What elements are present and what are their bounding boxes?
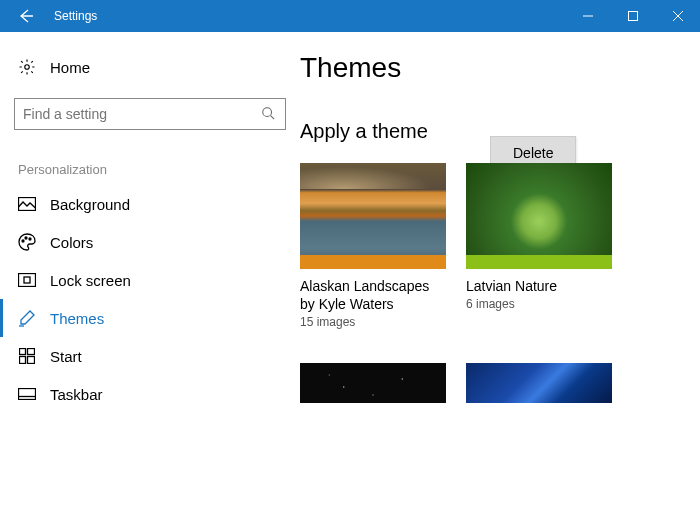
search-icon: [261, 106, 277, 122]
taskbar-icon: [18, 385, 36, 403]
sidebar-item-background[interactable]: Background: [0, 185, 286, 223]
sidebar: Home Personalization Background Colors L…: [0, 32, 300, 530]
home-label: Home: [50, 59, 90, 76]
minimize-icon: [583, 11, 593, 21]
maximize-icon: [628, 11, 638, 21]
back-button[interactable]: [0, 0, 50, 32]
search-field[interactable]: [23, 106, 261, 122]
palette-icon: [18, 233, 36, 251]
svg-rect-8: [24, 277, 30, 283]
sidebar-item-colors[interactable]: Colors: [0, 223, 286, 261]
sidebar-item-lockscreen[interactable]: Lock screen: [0, 261, 286, 299]
theme-thumbnail: [300, 363, 446, 403]
svg-rect-9: [20, 349, 26, 355]
sidebar-item-label: Start: [50, 348, 82, 365]
svg-point-4: [22, 240, 24, 242]
svg-point-2: [263, 108, 272, 117]
sidebar-item-label: Lock screen: [50, 272, 131, 289]
theme-card[interactable]: [300, 363, 446, 403]
svg-point-1: [25, 65, 30, 70]
window-title: Settings: [54, 9, 97, 23]
theme-count: 15 images: [300, 315, 446, 329]
apply-theme-heading: Apply a theme: [300, 120, 672, 143]
svg-rect-12: [28, 357, 35, 364]
sidebar-item-label: Themes: [50, 310, 104, 327]
main-content: Themes Apply a theme Delete Alaskan Land…: [300, 32, 700, 530]
window-controls: [565, 0, 700, 32]
theme-card[interactable]: [466, 363, 612, 403]
svg-rect-0: [628, 12, 637, 21]
theme-thumbnail: [300, 163, 446, 269]
maximize-button[interactable]: [610, 0, 655, 32]
section-label: Personalization: [14, 160, 286, 179]
close-button[interactable]: [655, 0, 700, 32]
theme-card[interactable]: Latvian Nature 6 images: [466, 163, 612, 329]
svg-rect-11: [20, 357, 26, 364]
page-title: Themes: [300, 52, 672, 84]
start-icon: [18, 347, 36, 365]
close-icon: [673, 11, 683, 21]
svg-rect-10: [28, 349, 35, 355]
theme-card[interactable]: Alaskan Landscapes by Kyle Waters 15 ima…: [300, 163, 446, 329]
picture-icon: [18, 195, 36, 213]
sidebar-item-label: Background: [50, 196, 130, 213]
theme-name: Alaskan Landscapes by Kyle Waters: [300, 277, 446, 313]
minimize-button[interactable]: [565, 0, 610, 32]
titlebar: Settings: [0, 0, 700, 32]
arrow-left-icon: [16, 7, 34, 25]
lockscreen-icon: [18, 271, 36, 289]
theme-thumbnail: [466, 363, 612, 403]
sidebar-item-start[interactable]: Start: [0, 337, 286, 375]
theme-name: Latvian Nature: [466, 277, 612, 295]
theme-accent-strip: [466, 255, 612, 269]
svg-rect-7: [19, 274, 36, 287]
brush-icon: [18, 309, 36, 327]
theme-accent-strip: [300, 255, 446, 269]
search-input[interactable]: [14, 98, 286, 130]
svg-point-5: [25, 237, 27, 239]
sidebar-item-label: Colors: [50, 234, 93, 251]
sidebar-item-taskbar[interactable]: Taskbar: [0, 375, 286, 413]
theme-thumbnail: [466, 163, 612, 269]
theme-count: 6 images: [466, 297, 612, 311]
sidebar-item-label: Taskbar: [50, 386, 103, 403]
svg-rect-13: [19, 389, 36, 400]
home-link[interactable]: Home: [14, 50, 286, 84]
sidebar-item-themes[interactable]: Themes: [0, 299, 286, 337]
svg-point-6: [29, 238, 31, 240]
gear-icon: [18, 58, 36, 76]
